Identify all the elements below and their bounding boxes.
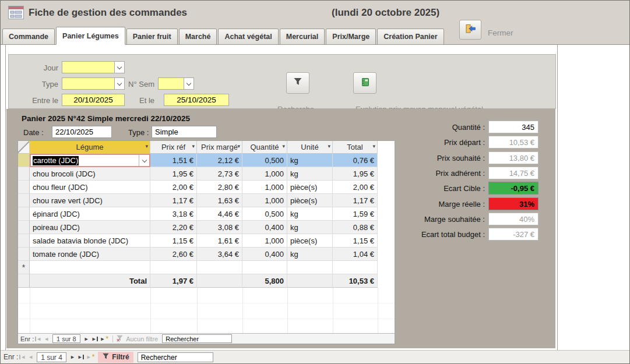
num-sem-combobox[interactable] xyxy=(158,77,194,90)
sort-filter-arrow-icon[interactable]: ▾ xyxy=(145,143,148,149)
cell-total[interactable]: 1,17 € xyxy=(333,194,378,207)
row-selector[interactable] xyxy=(18,234,30,248)
row-selector[interactable] xyxy=(18,167,30,181)
sort-filter-arrow-icon[interactable]: ▾ xyxy=(282,143,285,149)
row-selector[interactable] xyxy=(18,194,30,207)
cell-legume[interactable]: épinard (JDC) xyxy=(30,207,150,221)
cell-quantite[interactable]: 0,400 xyxy=(242,248,287,261)
cell-prix-ref[interactable] xyxy=(150,261,197,274)
cell-prix-ref[interactable]: 3,18 € xyxy=(150,207,197,221)
table-row[interactable]: chou fleur (JDC) 2,00 € 2,80 € 1,000 piè… xyxy=(18,181,395,194)
table-row[interactable]: tomate ronde (JDC) 2,60 € 3,64 € 0,400 k… xyxy=(18,248,395,261)
cell-unite[interactable]: pièce(s) xyxy=(287,181,333,194)
cell-quantite[interactable]: 0,500 xyxy=(242,154,287,167)
row-selector[interactable] xyxy=(18,221,30,234)
datasheet-corner[interactable] xyxy=(18,141,30,154)
type-combobox[interactable] xyxy=(62,77,125,90)
cell-quantite[interactable] xyxy=(242,261,287,274)
cell-prix-marge[interactable]: 1,63 € xyxy=(197,194,242,207)
tab-prix-marge[interactable]: Prix/Marge xyxy=(326,29,376,45)
cell-unite[interactable]: kg xyxy=(287,207,333,221)
cell-prix-ref[interactable]: 1,95 € xyxy=(150,167,197,181)
chevron-down-icon[interactable] xyxy=(114,62,124,73)
first-record-button[interactable]: ◄ xyxy=(19,354,26,360)
cell-prix-ref[interactable]: 1,15 € xyxy=(150,234,197,248)
cell-unite[interactable]: pièce(s) xyxy=(287,194,333,207)
cell-quantite[interactable]: 1,000 xyxy=(242,234,287,248)
cell-legume[interactable]: poireau (JDC) xyxy=(30,221,150,234)
cell-prix-ref[interactable]: 2,00 € xyxy=(150,181,197,194)
column-header-prix-ref[interactable]: Prix réf▾ xyxy=(150,141,197,154)
record-position[interactable]: 1 sur 8 xyxy=(52,334,80,343)
cell-total[interactable]: 1,95 € xyxy=(333,167,378,181)
previous-record-button[interactable]: ◄ xyxy=(44,336,49,342)
cell-legume[interactable]: salade batavia blonde (JDC) xyxy=(30,234,150,248)
close-button-label[interactable]: Fermer xyxy=(488,29,513,37)
entre-le-date-field[interactable]: 20/10/2025 xyxy=(62,94,125,106)
cell-prix-marge[interactable]: 2,80 € xyxy=(197,181,242,194)
cell-prix-marge[interactable]: 2,12 € xyxy=(197,154,242,167)
recherche-button[interactable] xyxy=(286,72,309,94)
cell-prix-marge[interactable]: 1,61 € xyxy=(197,234,242,248)
new-record-button[interactable]: ►* xyxy=(100,336,109,342)
cell-prix-ref[interactable]: 1,17 € xyxy=(150,194,197,207)
row-selector[interactable] xyxy=(18,154,30,167)
tab-marche[interactable]: Marché xyxy=(179,29,217,45)
cell-total[interactable]: 2,00 € xyxy=(333,181,378,194)
et-le-date-field[interactable]: 25/10/2025 xyxy=(164,94,229,106)
chevron-down-icon[interactable] xyxy=(139,155,149,166)
table-row[interactable]: chou brocoli (JDC) 1,95 € 2,73 € 1,000 k… xyxy=(18,167,395,181)
new-record-button[interactable]: ►* xyxy=(86,354,95,360)
date-field[interactable]: 22/10/2025 xyxy=(52,126,112,138)
row-selector[interactable] xyxy=(18,207,30,221)
cell-unite[interactable] xyxy=(287,261,333,274)
cell-legume[interactable]: chou brocoli (JDC) xyxy=(30,167,150,181)
type-field[interactable]: Simple xyxy=(152,126,217,138)
cell-total[interactable]: 1,04 € xyxy=(333,248,378,261)
filtered-indicator[interactable]: Filtré xyxy=(98,352,133,363)
previous-record-button[interactable]: ◄ xyxy=(28,354,33,360)
next-record-button[interactable]: ► xyxy=(70,354,75,360)
cell-prix-ref[interactable]: 2,20 € xyxy=(150,221,197,234)
sort-filter-arrow-icon[interactable]: ▾ xyxy=(237,143,240,149)
search-input[interactable]: Rechercher xyxy=(162,334,232,343)
table-row[interactable]: épinard (JDC) 3,18 € 4,46 € 0,500 kg 1,5… xyxy=(18,207,395,221)
search-input[interactable]: Rechercher xyxy=(138,352,213,362)
record-position[interactable]: 1 sur 4 xyxy=(37,352,66,362)
tab-commande[interactable]: Commande xyxy=(2,29,55,45)
cell-prix-marge[interactable]: 2,73 € xyxy=(197,167,242,181)
cell-unite[interactable]: pièce(s) xyxy=(287,234,333,248)
cell-prix-marge[interactable]: 3,64 € xyxy=(197,248,242,261)
cell-unite[interactable]: kg xyxy=(287,154,333,167)
new-record-row[interactable]: * xyxy=(18,261,395,274)
cell-prix-marge[interactable]: 3,08 € xyxy=(197,221,242,234)
cell-unite[interactable]: kg xyxy=(287,248,333,261)
tab-mercurial[interactable]: Mercurial xyxy=(280,29,325,45)
quantite-field[interactable]: 345 xyxy=(488,121,539,133)
sort-filter-arrow-icon[interactable]: ▾ xyxy=(372,143,375,149)
column-header-unite[interactable]: Unité▾ xyxy=(287,141,333,154)
cell-unite[interactable]: kg xyxy=(287,167,333,181)
close-button[interactable] xyxy=(459,20,481,40)
cell-total[interactable]: 1,15 € xyxy=(333,234,378,248)
cell-quantite[interactable]: 1,000 xyxy=(242,181,287,194)
column-header-quantite[interactable]: Quantité▾ xyxy=(242,141,287,154)
first-record-button[interactable]: ◄ xyxy=(35,336,41,342)
new-record-marker-icon[interactable]: * xyxy=(18,261,30,274)
cell-quantite[interactable]: 1,000 xyxy=(242,194,287,207)
cell-quantite[interactable]: 1,000 xyxy=(242,167,287,181)
row-selector[interactable] xyxy=(18,248,30,261)
row-selector[interactable] xyxy=(18,181,30,194)
sort-filter-arrow-icon[interactable]: ▾ xyxy=(192,143,195,149)
cell-prix-marge[interactable] xyxy=(197,261,242,274)
column-header-prix-marge[interactable]: Prix margé▾ xyxy=(197,141,242,154)
cell-legume[interactable]: chou fleur (JDC) xyxy=(30,181,150,194)
last-record-button[interactable]: ► xyxy=(91,336,98,342)
cell-prix-ref[interactable]: 2,60 € xyxy=(150,248,197,261)
evolution-button[interactable] xyxy=(353,72,376,94)
tab-panier-legumes[interactable]: Panier Légumes xyxy=(56,27,125,45)
cell-prix-ref[interactable]: 1,51 € xyxy=(150,154,197,167)
cell-total[interactable]: 0,76 € xyxy=(333,154,378,167)
tab-creation-panier[interactable]: Création Panier xyxy=(377,29,444,45)
chevron-down-icon[interactable] xyxy=(184,78,193,89)
